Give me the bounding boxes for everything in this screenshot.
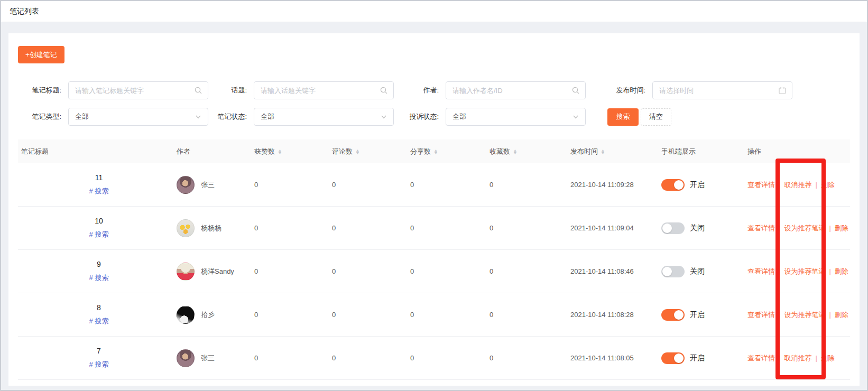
note-topic-tag[interactable]: # 搜索	[89, 360, 109, 369]
shares-count: 0	[410, 181, 490, 189]
author-cell: 杨杨杨	[177, 219, 254, 237]
topic-filter	[254, 81, 394, 99]
view-details-link[interactable]: 查看详情	[747, 310, 775, 320]
mobile-display-toggle[interactable]	[661, 179, 685, 191]
delete-link[interactable]: 删除	[821, 353, 835, 363]
delete-link[interactable]: 删除	[821, 180, 835, 190]
sort-icon[interactable]: ▲▼	[434, 149, 438, 154]
delete-link[interactable]: 删除	[835, 310, 848, 320]
note-topic-tag[interactable]: # 搜索	[89, 230, 109, 239]
avatar	[177, 349, 195, 367]
mobile-display-toggle[interactable]	[661, 266, 685, 277]
action-separator: |	[815, 354, 817, 362]
mobile-display-cell: 关闭	[661, 222, 747, 234]
author-name: 杨洋Sandy	[201, 267, 234, 276]
favorites-count: 0	[490, 267, 570, 275]
sort-icon[interactable]: ▲▼	[513, 149, 517, 154]
mobile-display-label: 关闭	[690, 267, 705, 276]
recommend-toggle-link[interactable]: 取消推荐	[784, 353, 811, 363]
complaint-status-select[interactable]: 全部	[446, 108, 586, 126]
mobile-display-cell: 关闭	[661, 266, 747, 277]
note-status-select[interactable]: 全部	[254, 108, 394, 126]
comments-count: 0	[332, 181, 410, 189]
publish-time: 2021-10-14 11:08:05	[570, 354, 661, 362]
action-separator: |	[829, 311, 830, 319]
note-id: 10	[95, 217, 103, 225]
author-name: 拾彡	[201, 310, 215, 320]
note-title-input[interactable]	[69, 82, 208, 99]
search-button[interactable]: 搜索	[607, 108, 639, 126]
note-id: 7	[97, 347, 101, 355]
recommend-toggle-link[interactable]: 设为推荐笔记	[784, 267, 825, 276]
view-details-link[interactable]: 查看详情	[747, 180, 775, 190]
note-id: 11	[95, 173, 103, 182]
toggle-knob	[662, 224, 672, 233]
note-title-filter	[68, 81, 208, 99]
column-header-publish-time[interactable]: 发布时间▲▼	[570, 147, 661, 156]
mobile-display-toggle[interactable]	[661, 309, 685, 321]
note-topic-tag[interactable]: # 搜索	[89, 316, 109, 326]
note-type-select[interactable]: 全部	[68, 108, 208, 126]
table-body: 11 # 搜索 张三 0 0 0 0 2021-10-14 11:09:28 开…	[18, 163, 850, 380]
shares-count: 0	[410, 311, 490, 319]
publish-time: 2021-10-14 11:08:46	[570, 267, 661, 275]
actions-cell: 查看详情 | 设为推荐笔记 | 删除	[747, 224, 850, 233]
note-type-select-value: 全部	[69, 112, 89, 122]
page-title: 笔记列表	[10, 7, 39, 16]
likes-count: 0	[254, 354, 332, 362]
table-row: 7 # 搜索 张三 0 0 0 0 2021-10-14 11:08:05 开启…	[18, 337, 850, 380]
favorites-count: 0	[490, 181, 570, 189]
sort-icon[interactable]: ▲▼	[278, 149, 282, 154]
author-name: 张三	[201, 180, 215, 190]
mobile-display-toggle[interactable]	[661, 222, 685, 234]
note-topic-tag[interactable]: # 搜索	[89, 273, 109, 283]
sort-icon[interactable]: ▲▼	[601, 149, 605, 154]
recommend-toggle-link[interactable]: 取消推荐	[784, 180, 811, 190]
avatar	[177, 263, 195, 281]
actions-cell: 查看详情 | 设为推荐笔记 | 删除	[747, 267, 850, 276]
column-header-shares[interactable]: 分享数▲▼	[410, 147, 490, 156]
action-separator: |	[829, 224, 830, 232]
column-header-comments[interactable]: 评论数▲▼	[332, 147, 410, 156]
shares-count: 0	[410, 267, 490, 275]
view-details-link[interactable]: 查看详情	[747, 353, 775, 363]
recommend-toggle-link[interactable]: 设为推荐笔记	[784, 310, 825, 320]
page-header: 笔记列表	[1, 1, 867, 22]
avatar	[177, 176, 195, 194]
avatar	[177, 306, 195, 324]
recommend-toggle-link[interactable]: 设为推荐笔记	[784, 224, 825, 233]
likes-count: 0	[254, 311, 332, 319]
view-details-link[interactable]: 查看详情	[747, 267, 775, 276]
column-header-likes[interactable]: 获赞数▲▼	[254, 147, 332, 156]
complaint-status-filter-label: 投诉状态:	[394, 112, 446, 122]
sort-icon[interactable]: ▲▼	[356, 149, 359, 154]
delete-link[interactable]: 删除	[835, 224, 848, 233]
delete-link[interactable]: 删除	[835, 267, 848, 276]
author-name: 张三	[201, 353, 215, 363]
comments-count: 0	[332, 267, 410, 275]
favorites-count: 0	[490, 224, 570, 232]
publish-time-input[interactable]	[653, 82, 792, 99]
author-cell: 拾彡	[177, 306, 254, 324]
shares-count: 0	[410, 224, 490, 232]
toggle-knob	[674, 353, 684, 363]
favorites-count: 0	[490, 354, 570, 362]
create-note-button[interactable]: +创建笔记	[18, 46, 64, 63]
note-title-cell: 7 # 搜索	[18, 347, 177, 369]
column-header-favorites[interactable]: 收藏数▲▼	[490, 147, 570, 156]
mobile-display-toggle[interactable]	[661, 352, 685, 364]
author-cell: 张三	[177, 349, 254, 367]
view-details-link[interactable]: 查看详情	[747, 224, 775, 233]
mobile-display-label: 开启	[690, 310, 705, 320]
note-title-cell: 10 # 搜索	[18, 217, 177, 239]
topic-input[interactable]	[254, 82, 393, 99]
author-cell: 张三	[177, 176, 254, 194]
note-title-cell: 8 # 搜索	[18, 303, 177, 326]
content-card: +创建笔记 笔记标题: 话题: 作者: 发布时间:	[8, 33, 860, 386]
author-input[interactable]	[446, 82, 585, 99]
publish-time: 2021-10-14 11:09:28	[570, 181, 661, 189]
clear-button[interactable]: 清空	[641, 108, 671, 126]
chevron-down-icon	[571, 113, 580, 121]
note-type-filter-label: 笔记类型:	[18, 112, 68, 122]
note-topic-tag[interactable]: # 搜索	[89, 187, 109, 196]
